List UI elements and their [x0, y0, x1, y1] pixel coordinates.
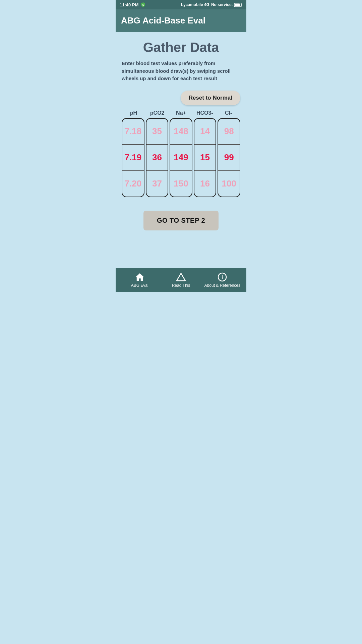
- wheel-col-ph[interactable]: 7.187.197.20: [122, 118, 144, 197]
- wheel-cell-pco2-1: 36: [146, 145, 168, 170]
- col-header-na: Na+: [170, 110, 192, 116]
- wheel-col-pco2[interactable]: 353637: [146, 118, 169, 197]
- wheel-cell-hco3-1: 15: [194, 145, 216, 170]
- warning-icon: !: [176, 272, 186, 282]
- wheel-cell-na-2: 150: [170, 171, 192, 197]
- page-title: Gather Data: [143, 40, 219, 55]
- wheel-cell-cl-0: 98: [218, 119, 240, 144]
- wheel-grid: 7.187.197.203536371481491501415169899100: [122, 118, 240, 197]
- go-step2-button[interactable]: GO TO STEP 2: [143, 211, 219, 230]
- reset-button[interactable]: Reset to Normal: [181, 91, 240, 105]
- nav-label-read-this: Read This: [172, 283, 190, 288]
- home-icon: [135, 272, 144, 282]
- wheel-cell-ph-0: 7.18: [122, 119, 144, 144]
- wheel-cell-na-1: 149: [170, 145, 192, 170]
- battery-icon: [234, 3, 242, 7]
- secondary-carrier: No service.: [211, 2, 233, 7]
- bottom-nav: ABG Eval ! Read This i About & Reference…: [116, 268, 246, 292]
- wheel-cell-cl-2: 100: [218, 171, 240, 197]
- shield-icon: S: [140, 2, 146, 7]
- go-step2-wrap: GO TO STEP 2: [122, 211, 240, 230]
- app-title: ABG Acid-Base Eval: [121, 15, 241, 26]
- wheel-cell-cl-1: 99: [218, 145, 240, 170]
- svg-text:!: !: [180, 276, 182, 281]
- svg-text:S: S: [142, 4, 144, 6]
- nav-item-read-this[interactable]: ! Read This: [160, 272, 201, 288]
- wheel-cell-hco3-0: 14: [194, 119, 216, 144]
- wheel-col-hco3[interactable]: 141516: [194, 118, 217, 197]
- wheel-cell-pco2-2: 37: [146, 171, 168, 197]
- main-content: Gather Data Enter blood test values pref…: [116, 32, 246, 268]
- status-time: 11:40 PM: [120, 2, 138, 7]
- nav-item-about[interactable]: i About & References: [202, 272, 243, 288]
- svg-rect-3: [235, 3, 240, 6]
- wheel-col-cl[interactable]: 9899100: [218, 118, 240, 197]
- wheel-cell-ph-2: 7.20: [122, 171, 144, 197]
- svg-text:i: i: [222, 274, 223, 280]
- description-text: Enter blood test values preferably from …: [122, 60, 240, 83]
- wheel-cell-hco3-2: 16: [194, 171, 216, 197]
- nav-item-abg-eval[interactable]: ABG Eval: [119, 272, 160, 288]
- status-bar: 11:40 PM S Lycamobile 4G No service.: [116, 0, 246, 9]
- wheel-cell-na-0: 148: [170, 119, 192, 144]
- info-icon: i: [218, 272, 227, 282]
- wheel-cell-ph-1: 7.19: [122, 145, 144, 170]
- app-header: ABG Acid-Base Eval: [116, 9, 246, 32]
- wheel-cell-pco2-0: 35: [146, 119, 168, 144]
- svg-marker-4: [136, 273, 144, 281]
- reset-row: Reset to Normal: [122, 91, 240, 105]
- wheel-col-na[interactable]: 148149150: [170, 118, 192, 197]
- column-headers: pH pCO2 Na+ HCO3- Cl-: [122, 110, 240, 116]
- carrier-text: Lycamobile 4G: [181, 2, 209, 7]
- col-header-ph: pH: [122, 110, 145, 116]
- svg-rect-2: [242, 4, 242, 6]
- col-header-hco3: HCO3-: [193, 110, 216, 116]
- col-header-pco2: pCO2: [146, 110, 169, 116]
- col-header-cl: Cl-: [217, 110, 240, 116]
- nav-label-abg: ABG Eval: [131, 283, 148, 288]
- nav-label-about: About & References: [204, 283, 240, 288]
